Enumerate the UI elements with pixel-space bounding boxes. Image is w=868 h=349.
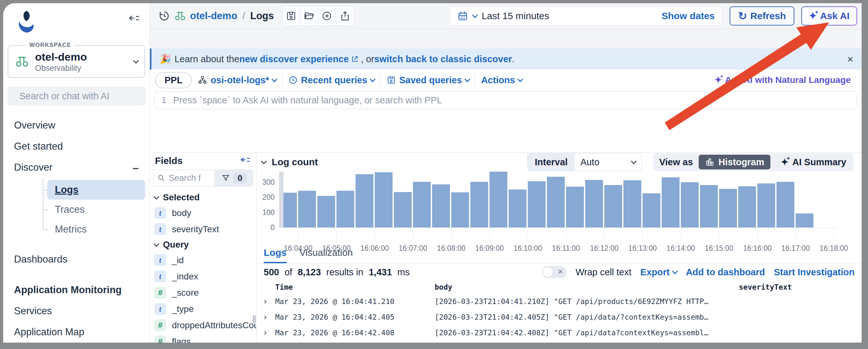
- refresh-button[interactable]: ↻ Refresh: [730, 6, 794, 26]
- log-count-histogram[interactable]: 010020030016:04:0016:05:0016:06:0016:07:…: [257, 172, 862, 245]
- dataset-selector[interactable]: osi-otel-logs*: [198, 75, 276, 86]
- time-range-value[interactable]: Last 15 minutes: [482, 10, 549, 21]
- ask-ai-button[interactable]: ✦ Ask AI: [801, 6, 857, 26]
- histogram-bar[interactable]: [643, 193, 660, 228]
- histogram-bar[interactable]: [317, 196, 335, 228]
- collapse-sidebar-icon[interactable]: [128, 13, 141, 26]
- fields-search-box[interactable]: [153, 170, 215, 186]
- field-item-droppedattributescount[interactable]: #droppedAttributesCount: [150, 317, 256, 333]
- histogram-bar[interactable]: [566, 186, 584, 228]
- histogram-bar[interactable]: [298, 191, 316, 228]
- histogram-bar[interactable]: [700, 185, 718, 228]
- sidebar-item-logs[interactable]: Logs: [47, 180, 145, 200]
- saved-queries-menu[interactable]: Saved queries: [386, 75, 469, 86]
- interval-select[interactable]: Auto: [575, 153, 642, 171]
- histogram-bar[interactable]: [508, 190, 526, 228]
- field-item-index[interactable]: t_index: [150, 268, 256, 285]
- column-header-time[interactable]: Time: [275, 283, 435, 291]
- sidebar-search-input[interactable]: [20, 91, 140, 101]
- expand-row-icon[interactable]: ›: [264, 327, 267, 337]
- sidebar-item-get-started[interactable]: Get started: [3, 136, 150, 157]
- start-investigation-link[interactable]: Start Investigation: [774, 267, 855, 278]
- sidebar-item-discover[interactable]: Discover–: [3, 157, 150, 178]
- histogram-bar[interactable]: [470, 182, 488, 228]
- field-item-flags[interactable]: #flags: [150, 333, 256, 343]
- field-item-type[interactable]: t_type: [150, 301, 256, 317]
- sidebar-item-dashboards[interactable]: Dashboards: [3, 249, 150, 270]
- cell-body[interactable]: [2026-03-23T21:04:41.210Z] "GET /api/pro…: [435, 297, 739, 306]
- histogram-bar[interactable]: [585, 180, 603, 228]
- histogram-bar[interactable]: [451, 192, 469, 228]
- add-to-dashboard-link[interactable]: Add to dashboard: [686, 267, 765, 278]
- ask-ai-natural-language-link[interactable]: ✦ Ask AI with Natural Language: [714, 75, 857, 85]
- histogram-bar[interactable]: [757, 183, 775, 228]
- expand-row-icon[interactable]: ›: [264, 311, 267, 322]
- field-group-selected[interactable]: Selected: [150, 190, 256, 205]
- recent-queries-menu[interactable]: Recent queries: [288, 75, 375, 86]
- export-menu[interactable]: Export: [640, 267, 677, 278]
- new-discover-link[interactable]: new discover experience: [239, 54, 348, 64]
- actions-menu[interactable]: Actions: [481, 75, 522, 86]
- time-picker[interactable]: Last 15 minutes Show dates: [450, 6, 721, 26]
- histogram-view-button[interactable]: Histogram: [699, 155, 770, 169]
- histogram-bar[interactable]: [604, 185, 622, 228]
- histogram-bar[interactable]: [547, 177, 565, 228]
- sidebar-item-services[interactable]: Services: [3, 300, 150, 322]
- histogram-bar[interactable]: [796, 213, 813, 228]
- field-item-severitytext[interactable]: tseverityText: [150, 221, 256, 237]
- cell-time[interactable]: Mar 23, 2026 @ 16:04:42.408: [275, 328, 435, 337]
- fields-filter-button[interactable]: 0: [215, 170, 253, 186]
- sidebar-item-application-map[interactable]: Application Map: [3, 322, 150, 343]
- expand-row-icon[interactable]: ›: [264, 296, 267, 306]
- field-group-query[interactable]: Query: [150, 237, 256, 252]
- classic-discover-link[interactable]: switch back to classic discover: [374, 54, 512, 64]
- histogram-bar[interactable]: [681, 182, 699, 228]
- sidebar-item-overview[interactable]: Overview: [3, 115, 150, 136]
- fields-search-input[interactable]: [169, 173, 211, 183]
- save-button[interactable]: [282, 6, 300, 26]
- close-icon[interactable]: ×: [847, 53, 853, 65]
- history-icon[interactable]: [158, 10, 170, 22]
- histogram-bar[interactable]: [719, 189, 737, 228]
- column-header-severity[interactable]: severityText: [739, 283, 862, 291]
- field-item-score[interactable]: #_score: [150, 285, 256, 301]
- show-dates-link[interactable]: Show dates: [662, 10, 715, 21]
- histogram-bar[interactable]: [662, 177, 680, 228]
- histogram-bar[interactable]: [738, 186, 756, 228]
- histogram-bar[interactable]: [394, 192, 412, 228]
- field-item-id[interactable]: t_id: [150, 252, 256, 268]
- collapse-chart-icon[interactable]: [261, 158, 267, 164]
- breadcrumb-workspace[interactable]: otel-demo: [190, 10, 237, 22]
- open-button[interactable]: [300, 6, 318, 26]
- histogram-bar[interactable]: [336, 191, 354, 228]
- cell-time[interactable]: Mar 23, 2026 @ 16:04:41.210: [275, 297, 435, 306]
- histogram-bar[interactable]: [413, 182, 431, 228]
- ai-summary-button[interactable]: ✦ AI Summary: [776, 157, 851, 168]
- histogram-bar[interactable]: [490, 172, 507, 228]
- cell-body[interactable]: [2026-03-23T21:04:42.408Z] "GET /api/dat…: [435, 328, 739, 337]
- cell-time[interactable]: Mar 23, 2026 @ 16:04:42.405: [275, 313, 435, 321]
- field-item-body[interactable]: tbody: [150, 205, 256, 221]
- calendar-icon[interactable]: [457, 10, 468, 22]
- histogram-bar[interactable]: [776, 182, 794, 228]
- cell-body[interactable]: [2026-03-23T21:04:42.405Z] "GET /api/dat…: [435, 313, 739, 321]
- histogram-bar[interactable]: [528, 181, 546, 228]
- panel-resize-handle[interactable]: ‖: [252, 314, 256, 325]
- sidebar-item-metrics[interactable]: Metrics: [47, 220, 145, 239]
- histogram-bar[interactable]: [375, 172, 393, 228]
- new-button[interactable]: [318, 6, 336, 26]
- sidebar-search[interactable]: [8, 87, 145, 105]
- sidebar-item-application-monitoring[interactable]: Application Monitoring: [3, 280, 150, 300]
- histogram-bar[interactable]: [355, 174, 373, 228]
- histogram-bar[interactable]: [432, 184, 450, 228]
- column-header-body[interactable]: body: [435, 283, 739, 291]
- collapse-panel-icon[interactable]: [240, 155, 251, 167]
- query-input[interactable]: [173, 95, 857, 106]
- collapse-minus-icon[interactable]: –: [133, 162, 139, 174]
- histogram-bar[interactable]: [623, 180, 641, 228]
- workspace-selector[interactable]: WORKSPACE otel-demo Observability: [8, 45, 145, 78]
- share-button[interactable]: [336, 6, 354, 26]
- ppl-language-button[interactable]: PPL: [155, 72, 192, 88]
- histogram-bar[interactable]: [283, 193, 297, 228]
- query-editor[interactable]: 1: [154, 91, 857, 109]
